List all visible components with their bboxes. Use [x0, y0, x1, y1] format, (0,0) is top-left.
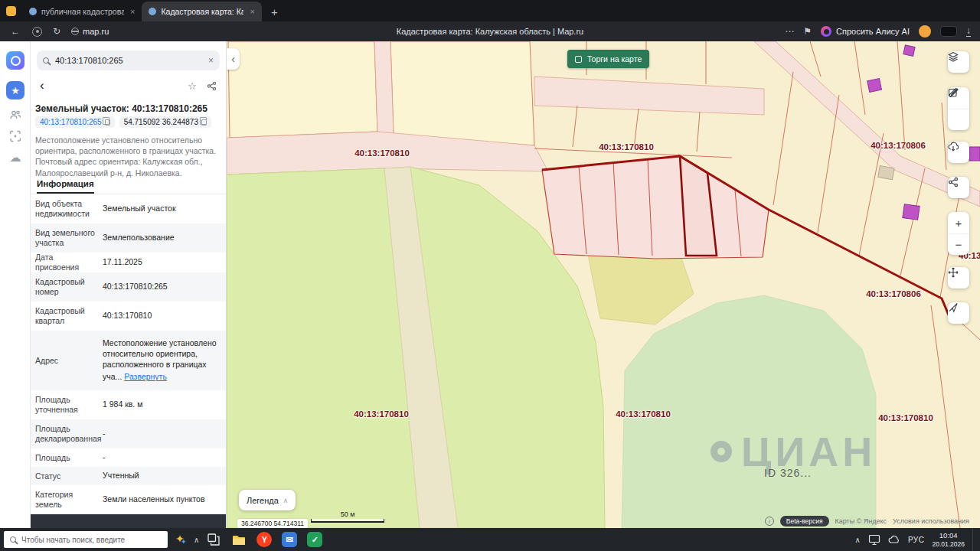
browser-tab-strip: публичная кадастровая к × Кадастровая ка…	[0, 0, 980, 21]
pan-move-icon	[948, 267, 959, 278]
kebab-menu-icon[interactable]: ⋯	[785, 26, 794, 37]
map-share-button[interactable]	[948, 177, 969, 198]
panel-back-icon[interactable]: ‹	[40, 78, 44, 93]
copy-icon[interactable]	[105, 119, 110, 126]
browser-tab-1[interactable]: публичная кадастровая к ×	[22, 2, 142, 21]
downloads-icon[interactable]: ↓	[966, 27, 971, 37]
widgets-weather-icon[interactable]: ✦ ✦	[174, 533, 188, 546]
torgi-button[interactable]: Торги на карте	[567, 50, 649, 68]
pan-button[interactable]	[948, 267, 969, 289]
quarter-label: 40:13:170806	[866, 289, 921, 298]
browser-tab-2[interactable]: Кадастровая карта: Ка ×	[142, 2, 261, 21]
favorites-app-icon[interactable]: ★	[6, 81, 24, 99]
zoom-in-button[interactable]: +	[948, 212, 969, 233]
yandex-browser-button[interactable]: Y	[253, 529, 275, 550]
row-label: Кадастровый квартал	[35, 306, 103, 326]
row-value: 40:13:170810	[103, 311, 221, 321]
row-value: 1 984 кв. м	[103, 399, 221, 410]
time: 10:04	[932, 531, 965, 540]
extensions-icon[interactable]	[32, 27, 42, 37]
check-icon: ✓	[307, 532, 322, 547]
back-icon[interactable]: ←	[11, 26, 20, 37]
coordinates-chip[interactable]: 54.715092 36.244873	[119, 116, 211, 128]
object-title: Земельный участок: 40:13:170810:265	[35, 103, 223, 114]
taskbar-clock[interactable]: 10:04 20.01.2026	[932, 531, 965, 549]
tab-close-icon[interactable]: ×	[130, 7, 135, 16]
taskbar-chevron-icon[interactable]: ∧	[194, 536, 199, 544]
building-beige	[878, 166, 894, 180]
avatar[interactable]	[919, 25, 931, 37]
info-table: Вид объекта недвижимости Земельный участ…	[31, 194, 226, 514]
row-label: Категория земель	[35, 490, 103, 510]
tab-group-chip[interactable]	[6, 6, 16, 16]
alice-logo-icon	[821, 26, 831, 37]
mail-icon: ✉	[282, 532, 297, 547]
panel-collapse-button[interactable]: ‹	[227, 48, 240, 70]
address-bar[interactable]: map.ru	[71, 27, 109, 36]
ask-alice-button[interactable]: Спросить Алису AI	[821, 26, 910, 37]
copy-icon[interactable]	[201, 119, 207, 126]
edit-button[interactable]	[948, 109, 969, 130]
cloud-tray-icon[interactable]	[888, 535, 900, 544]
favorite-star-icon[interactable]: ☆	[188, 80, 197, 92]
green-app-button[interactable]: ✓	[304, 529, 325, 550]
show-desktop-sliver[interactable]	[972, 528, 975, 551]
quarter-label: 40:13:170810	[354, 148, 410, 158]
expand-link[interactable]: Развернуть	[124, 372, 167, 383]
taskbar-search[interactable]	[4, 531, 168, 548]
new-tab-button[interactable]: +	[271, 5, 278, 18]
hidden-icons-chevron[interactable]: ∧	[855, 536, 861, 544]
tab-favicon	[149, 8, 156, 15]
row-label: Кадастровый номер	[35, 277, 103, 297]
cloud-icon[interactable]: ☁	[6, 148, 24, 167]
zoom-out-button[interactable]: −	[948, 233, 969, 255]
tab-preview-widget[interactable]	[940, 26, 957, 37]
mail-app-button[interactable]: ✉	[279, 529, 300, 550]
chevron-up-icon: ∧	[283, 497, 289, 504]
tab-title: публичная кадастровая к	[41, 7, 124, 16]
search-box[interactable]: ×	[37, 51, 220, 70]
map-attribution: i Beta-версия Карты © Яндекс Условия исп…	[765, 516, 969, 527]
search-input[interactable]	[55, 56, 202, 65]
cloud-download-icon	[948, 142, 959, 152]
tab-close-icon[interactable]: ×	[250, 7, 254, 16]
map-canvas[interactable]: ЦИАН ID 326... 40:13:170810 40:13:170810…	[227, 41, 980, 528]
table-row: Статус Учтенный	[31, 467, 226, 485]
table-row: Кадастровый квартал 40:13:170810	[31, 302, 226, 331]
tab-favicon	[29, 8, 37, 15]
search-clear-icon[interactable]: ×	[208, 55, 214, 66]
page-title: Кадастровая карта: Калужская область | M…	[397, 21, 583, 41]
object-info-panel: × ‹ ☆ Земельный участок: 40:13:170810:26…	[31, 41, 227, 528]
language-indicator[interactable]: РУС	[908, 536, 925, 544]
taskbar-search-input[interactable]	[21, 536, 162, 544]
file-explorer-button[interactable]	[228, 529, 250, 550]
cloud-download-button[interactable]	[948, 142, 969, 163]
row-value: -	[103, 452, 221, 463]
table-row: Площадь -	[31, 448, 226, 467]
reload-icon[interactable]: ↻	[53, 26, 60, 37]
legend-button[interactable]: Легенда ∧	[239, 490, 296, 510]
share-nodes-icon	[948, 177, 959, 187]
cadastral-number-chip[interactable]: 40:13:170810:265	[35, 116, 115, 128]
task-view-button[interactable]	[203, 529, 224, 550]
site-security-icon	[71, 28, 79, 35]
table-row: Вид объекта недвижимости Земельный участ…	[31, 194, 226, 223]
info-icon[interactable]: i	[765, 517, 774, 526]
object-description: Местоположение установлено относительно …	[35, 135, 221, 178]
torgi-icon	[575, 56, 582, 63]
scan-icon[interactable]	[6, 127, 24, 145]
terms-link[interactable]: Условия использования	[893, 517, 969, 525]
panel-tabs: Информация	[31, 178, 226, 194]
toolbar-right-cluster: ⋯ ⚑ Спросить Алису AI ↓	[785, 21, 980, 41]
layers-button[interactable]	[948, 51, 969, 73]
copyright-text: Карты © Яндекс	[835, 517, 887, 525]
alice-app-icon[interactable]	[6, 51, 24, 70]
bookmark-flag-icon[interactable]: ⚑	[803, 26, 812, 37]
yandex-icon: Y	[256, 532, 272, 547]
tab-information[interactable]: Информация	[37, 179, 94, 194]
people-icon[interactable]	[6, 106, 24, 124]
chip-row: 40:13:170810:265 54.715092 36.244873	[35, 116, 211, 128]
locate-me-button[interactable]	[948, 302, 969, 324]
share-icon[interactable]	[207, 80, 217, 94]
monitor-tray-icon[interactable]	[868, 534, 880, 546]
